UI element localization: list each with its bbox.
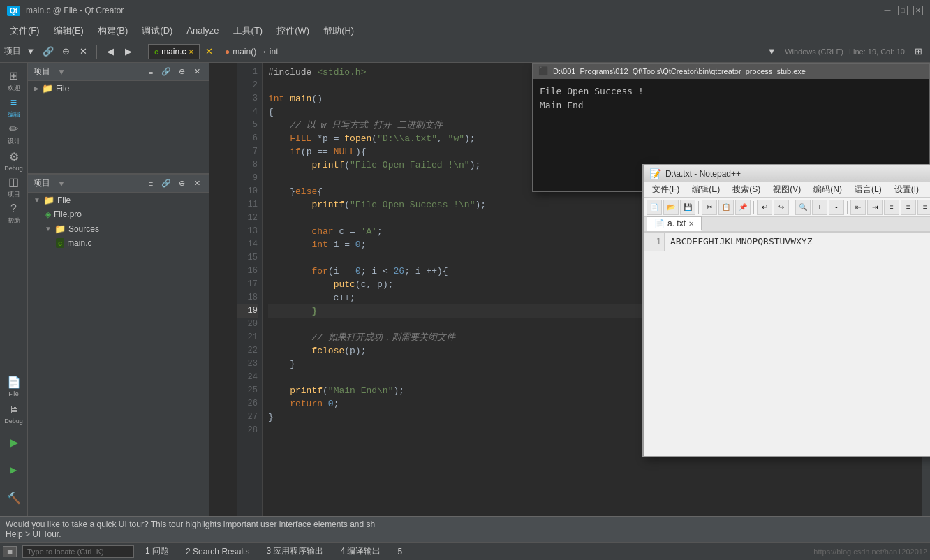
npp-save[interactable]: 💾 bbox=[680, 200, 695, 215]
npp-title: D:\a.txt - Notepad++ bbox=[665, 169, 741, 179]
npp-menu-file[interactable]: 文件(F) bbox=[647, 182, 685, 197]
npp-zoom-out[interactable]: - bbox=[829, 200, 844, 215]
sidebar-item-welcome[interactable]: ⊞ 欢迎 bbox=[1, 68, 27, 94]
sidebar-item-project[interactable]: ◫ 项目 bbox=[1, 175, 27, 200]
tree-sources[interactable]: ▼ 📁 Sources bbox=[28, 221, 209, 236]
npp-misc2[interactable]: ≡ bbox=[901, 200, 916, 215]
notepad-window[interactable]: 📝 D:\a.txt - Notepad++ — □ ✕ 文件(F) 编辑(E)… bbox=[642, 164, 930, 457]
sidebar-item-file[interactable]: 📄 File bbox=[1, 374, 27, 399]
menu-edit[interactable]: 编辑(E) bbox=[47, 22, 91, 40]
file-side-label: File bbox=[8, 390, 19, 397]
sep3 bbox=[219, 45, 219, 59]
breadcrumb-text: main() → int bbox=[232, 47, 278, 57]
bottom-panel-actions: ≡ 🔗 ⊕ ✕ bbox=[145, 177, 203, 190]
next-btn[interactable]: ▶ bbox=[121, 44, 136, 59]
run-icon: ▶ bbox=[10, 436, 18, 449]
bottom-tab-5[interactable]: 5 bbox=[392, 545, 408, 558]
title-bar: Qt main.c @ File - Qt Creator — □ ✕ bbox=[0, 0, 930, 21]
bottom-tab-issues[interactable]: 1 问题 bbox=[140, 544, 175, 559]
bottom-filter-btn[interactable]: ≡ bbox=[145, 177, 157, 190]
tree-mainc[interactable]: c main.c bbox=[28, 236, 209, 250]
bottom-tab-compile[interactable]: 4 编译输出 bbox=[334, 544, 386, 559]
sidebar-item-debug2[interactable]: 🖥 Debug bbox=[1, 401, 27, 427]
bottom-tree-root[interactable]: ▼ 📁 File bbox=[28, 193, 209, 207]
npp-tab-atxt[interactable]: 📄 a. txt ✕ bbox=[647, 216, 702, 231]
bottom-add-btn[interactable]: ⊕ bbox=[175, 177, 188, 190]
npp-cut[interactable]: ✂ bbox=[702, 200, 717, 215]
project-dropdown-arrow[interactable]: ▼ bbox=[57, 67, 66, 77]
menu-debug[interactable]: 调试(D) bbox=[135, 22, 179, 40]
settings-btn[interactable]: ⊞ bbox=[910, 44, 926, 59]
bottom-tab-search[interactable]: 2 Search Results bbox=[180, 545, 255, 558]
npp-menu-search[interactable]: 搜索(S) bbox=[727, 182, 766, 197]
welcome-label: 欢迎 bbox=[8, 84, 20, 93]
filter-btn[interactable]: ≡ bbox=[145, 66, 157, 78]
editor-tab[interactable]: c main.c × bbox=[148, 44, 200, 59]
npp-copy[interactable]: 📋 bbox=[718, 200, 734, 215]
code-editor[interactable]: 12345 678910 1112131415 16171819 2021222… bbox=[237, 63, 930, 516]
menu-controls[interactable]: 控件(W) bbox=[270, 22, 316, 40]
app-logo: Qt bbox=[7, 6, 20, 16]
npp-indent-l[interactable]: ⇤ bbox=[850, 200, 866, 215]
breadcrumb-dropdown[interactable]: ▼ bbox=[764, 44, 779, 59]
close-tab-btn[interactable]: ✕ bbox=[205, 46, 213, 57]
sidebar-item-design[interactable]: ✏ 设计 bbox=[1, 121, 27, 147]
link-btn[interactable]: 🔗 bbox=[40, 44, 56, 59]
add-btn[interactable]: ⊕ bbox=[175, 66, 188, 78]
minimize-button[interactable]: — bbox=[883, 6, 892, 15]
npp-misc1[interactable]: ≡ bbox=[884, 200, 899, 215]
npp-new[interactable]: 📄 bbox=[647, 200, 662, 215]
sidebar-item-edit[interactable]: ≡ 编辑 bbox=[1, 95, 27, 120]
npp-code-content[interactable]: ABCDEFGHIJKLMNOPQRSTUVWXYZ bbox=[665, 233, 930, 251]
maximize-button[interactable]: □ bbox=[898, 6, 908, 15]
bottom-project-title: 项目 bbox=[34, 177, 50, 189]
npp-indent-r[interactable]: ⇥ bbox=[867, 200, 883, 215]
npp-redo[interactable]: ↪ bbox=[774, 200, 789, 215]
search-input[interactable] bbox=[22, 545, 134, 558]
sidebar-item-debug[interactable]: ⚙ Debug bbox=[1, 148, 27, 173]
menu-file[interactable]: 文件(F) bbox=[3, 22, 47, 40]
bottom-close-btn[interactable]: ✕ bbox=[191, 177, 203, 190]
sidebar-item-help[interactable]: ? 帮助 bbox=[1, 201, 27, 226]
sources-arrow: ▼ bbox=[45, 225, 52, 233]
bottom-tabs-bar: ◼ 1 问题 2 Search Results 3 应用程序输出 4 编译输出 … bbox=[0, 542, 930, 560]
top-tree-root[interactable]: ▶ 📁 File bbox=[28, 81, 209, 96]
app-window: Qt main.c @ File - Qt Creator — □ ✕ 文件(F… bbox=[0, 0, 930, 560]
menu-build[interactable]: 构建(B) bbox=[91, 22, 135, 40]
npp-tab-close[interactable]: ✕ bbox=[688, 220, 694, 228]
npp-menu-edit[interactable]: 编辑(E) bbox=[686, 182, 725, 197]
add-file-btn[interactable]: ⊕ bbox=[58, 44, 73, 59]
npp-paste[interactable]: 📌 bbox=[735, 200, 751, 215]
npp-misc3[interactable]: ≡ bbox=[917, 200, 930, 215]
bottom-project-dropdown[interactable]: ▼ bbox=[57, 179, 66, 189]
project-label-side: 项目 bbox=[8, 190, 20, 199]
sync-btn[interactable]: 🔗 bbox=[160, 66, 172, 78]
bottom-sync-btn[interactable]: 🔗 bbox=[160, 177, 172, 190]
npp-menu-encoding[interactable]: 编码(N) bbox=[808, 182, 848, 197]
bottom-tab-app-output[interactable]: 3 应用程序输出 bbox=[260, 544, 329, 559]
npp-find[interactable]: 🔍 bbox=[795, 200, 811, 215]
npp-zoom-in[interactable]: + bbox=[812, 200, 827, 215]
build-button[interactable]: 🔨 bbox=[1, 485, 27, 510]
project-dropdown[interactable]: ▼ bbox=[23, 44, 38, 59]
npp-undo[interactable]: ↩ bbox=[757, 200, 772, 215]
menu-help[interactable]: 帮助(H) bbox=[316, 22, 361, 40]
npp-menu-tools[interactable]: 工具(O) bbox=[926, 182, 930, 197]
npp-menu-settings[interactable]: 设置(I) bbox=[889, 182, 924, 197]
npp-menu-lang[interactable]: 语言(L) bbox=[849, 182, 887, 197]
tree-filepro[interactable]: ◈ File.pro bbox=[28, 207, 209, 221]
prev-btn[interactable]: ◀ bbox=[103, 44, 118, 59]
run-debug-button[interactable]: ▶ bbox=[1, 457, 27, 482]
close-button[interactable]: ✕ bbox=[913, 6, 923, 15]
file-side-icon: 📄 bbox=[7, 376, 21, 389]
menu-analyze[interactable]: Analyze bbox=[179, 22, 226, 38]
menu-tools[interactable]: 工具(T) bbox=[226, 22, 270, 40]
close-btn[interactable]: ✕ bbox=[191, 66, 203, 78]
line-numbers: 12345 678910 1112131415 16171819 2021222… bbox=[237, 63, 263, 516]
npp-open[interactable]: 📂 bbox=[663, 200, 679, 215]
bottom-left-btn[interactable]: ◼ bbox=[3, 546, 17, 557]
mainc-label: main.c bbox=[67, 238, 91, 248]
close-project-btn[interactable]: ✕ bbox=[75, 44, 91, 59]
run-button[interactable]: ▶ bbox=[1, 429, 27, 455]
npp-menu-view[interactable]: 视图(V) bbox=[767, 182, 806, 197]
